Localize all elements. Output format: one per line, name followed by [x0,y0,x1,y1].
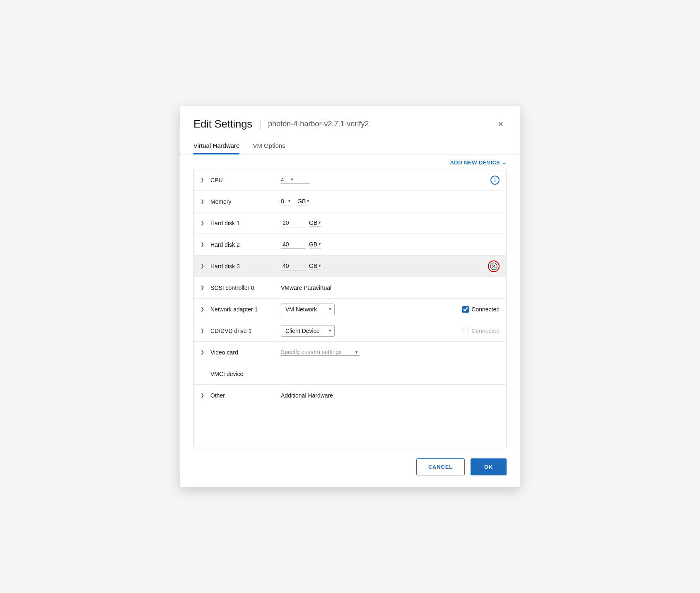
video-card-select[interactable]: Specify custom settings [281,349,360,356]
vmci-label: VMCI device [210,371,281,377]
video-card-expand-icon[interactable]: ❯ [200,350,206,355]
modal-title: Edit Settings [193,118,252,130]
hard-disk-1-input[interactable] [281,219,306,227]
hard-disk-2-row: ❯ Hard disk 2 GB MB TB ▾ [194,234,506,256]
network-adapter-connected-checkbox[interactable] [462,306,469,313]
cd-dvd-connected-label: Connected [471,328,500,334]
vmci-device-row: ❯ VMCI device [194,363,506,385]
network-adapter-label: Network adapter 1 [210,306,281,313]
video-card-value: Specify custom settings ▾ [281,349,500,356]
cpu-info-icon[interactable]: i [490,176,500,185]
edit-settings-modal: Edit Settings | photon-4-harbor-v2.7.1-v… [180,106,520,487]
hard-disk-1-unit-select[interactable]: GB MB TB [309,219,318,226]
hard-disk-1-value: GB MB TB ▾ [281,219,500,227]
memory-unit-chevron-icon: ▾ [307,198,309,204]
hard-disk-3-remove-button[interactable] [488,260,500,272]
video-card-label: Video card [210,349,281,356]
network-adapter-expand-icon[interactable]: ❯ [200,306,206,312]
other-label: Other [210,392,281,399]
memory-expand-icon[interactable]: ❯ [200,199,206,204]
other-row: ❯ Other Additional Hardware [194,385,506,406]
cd-dvd-label: CD/DVD drive 1 [210,328,281,334]
hard-disk-1-row: ❯ Hard disk 1 GB MB TB ▾ [194,212,506,234]
scsi-controller-0-row: ❯ SCSI controller 0 VMware Paravirtual [194,277,506,299]
cd-dvd-value: Client Device ▾ [281,325,462,337]
hard-disk-2-label: Hard disk 2 [210,241,281,248]
network-adapter-value: VM Network ▾ [281,304,462,315]
network-adapter-right: Connected [462,306,500,313]
cpu-select-wrap: 4 1 2 8 16 ▾ [281,176,310,184]
hard-disk-3-expand-icon[interactable]: ❯ [200,263,206,269]
hard-disk-1-expand-icon[interactable]: ❯ [200,220,206,226]
add-new-device-button[interactable]: ADD NEW DEVICE ⌄ [450,159,507,166]
cancel-button[interactable]: CANCEL [416,458,465,475]
chevron-down-icon: ⌄ [502,159,507,166]
memory-select-wrap: 8 4 16 32 ▾ [281,198,291,205]
modal-header: Edit Settings | photon-4-harbor-v2.7.1-v… [180,106,520,130]
network-adapter-connected-wrap: Connected [462,306,500,313]
cd-dvd-dropdown-wrap: Client Device ▾ [281,325,335,337]
hard-disk-2-unit-wrap: GB MB TB ▾ [309,241,321,248]
memory-unit-wrap: GB MB ▾ [297,198,309,205]
hard-disk-2-unit-select[interactable]: GB MB TB [309,241,318,248]
cpu-expand-icon[interactable]: ❯ [200,177,206,183]
hard-disk-3-row: ❯ Hard disk 3 GB MB TB ▾ [194,256,506,277]
modal-footer: CANCEL OK [180,448,520,487]
modal-separator: | [259,118,261,130]
network-adapter-select[interactable]: VM Network [281,304,335,315]
ok-button[interactable]: OK [471,458,507,475]
network-adapter-dropdown-wrap: VM Network ▾ [281,304,335,315]
cpu-label: CPU [210,177,281,183]
cd-dvd-connected-checkbox[interactable] [462,328,469,334]
hard-disk-3-right [488,260,500,272]
cpu-row: ❯ CPU 4 1 2 8 16 ▾ i [194,169,506,191]
hardware-content: ❯ CPU 4 1 2 8 16 ▾ i [180,169,520,448]
hard-disk-3-unit-select[interactable]: GB MB TB [309,263,318,269]
hard-disk-2-expand-icon[interactable]: ❯ [200,242,206,247]
other-expand-icon[interactable]: ❯ [200,393,206,398]
hard-disk-1-unit-wrap: GB MB TB ▾ [309,219,321,227]
tabs-bar: Virtual Hardware VM Options [180,138,520,154]
hard-disk-1-unit-chevron-icon: ▾ [319,220,321,225]
hard-disk-2-input[interactable] [281,240,306,249]
tab-vm-options[interactable]: VM Options [253,138,285,154]
hardware-table: ❯ CPU 4 1 2 8 16 ▾ i [193,169,507,448]
cd-dvd-expand-icon[interactable]: ❯ [200,328,206,333]
modal-subtitle: photon-4-harbor-v2.7.1-verify2 [268,120,369,128]
hard-disk-2-value: GB MB TB ▾ [281,240,500,249]
hard-disk-3-unit-wrap: GB MB TB ▾ [309,263,321,270]
scsi-static-text: VMware Paravirtual [281,284,331,291]
cpu-select[interactable]: 4 1 2 8 16 [281,176,289,183]
memory-select[interactable]: 8 4 16 32 [281,198,287,205]
memory-row: ❯ Memory 8 4 16 32 ▾ GB [194,191,506,212]
cd-dvd-drive-1-row: ❯ CD/DVD drive 1 Client Device ▾ Connect… [194,320,506,342]
video-card-row: ❯ Video card Specify custom settings ▾ [194,342,506,363]
hard-disk-1-label: Hard disk 1 [210,220,281,227]
cpu-chevron-icon: ▾ [291,177,293,182]
hard-disk-3-value: GB MB TB ▾ [281,262,488,270]
memory-label: Memory [210,198,281,205]
cpu-value: 4 1 2 8 16 ▾ [281,176,490,184]
hard-disk-3-input[interactable] [281,262,306,270]
video-card-dropdown-wrap: Specify custom settings ▾ [281,349,360,356]
scsi-value: VMware Paravirtual [281,284,500,291]
close-button[interactable]: × [495,118,507,130]
memory-unit-select[interactable]: GB MB [297,198,306,205]
remove-circle-icon [490,263,497,270]
cd-dvd-connected-wrap: Connected [462,328,500,334]
toolbar: ADD NEW DEVICE ⌄ [180,154,520,169]
memory-value: 8 4 16 32 ▾ GB MB ▾ [281,198,500,205]
network-adapter-1-row: ❯ Network adapter 1 VM Network ▾ Connect… [194,299,506,320]
scsi-label: SCSI controller 0 [210,284,281,291]
hard-disk-3-label: Hard disk 3 [210,263,281,270]
network-adapter-connected-label: Connected [471,306,500,313]
tab-virtual-hardware[interactable]: Virtual Hardware [193,138,239,154]
cd-dvd-right: Connected [462,328,500,334]
memory-chevron-icon: ▾ [288,198,291,204]
empty-area [194,406,506,448]
scsi-expand-icon[interactable]: ❯ [200,285,206,290]
cd-dvd-select[interactable]: Client Device [281,325,335,337]
hard-disk-2-unit-chevron-icon: ▾ [319,241,321,247]
other-value: Additional Hardware [281,392,500,399]
other-static-text: Additional Hardware [281,392,333,399]
